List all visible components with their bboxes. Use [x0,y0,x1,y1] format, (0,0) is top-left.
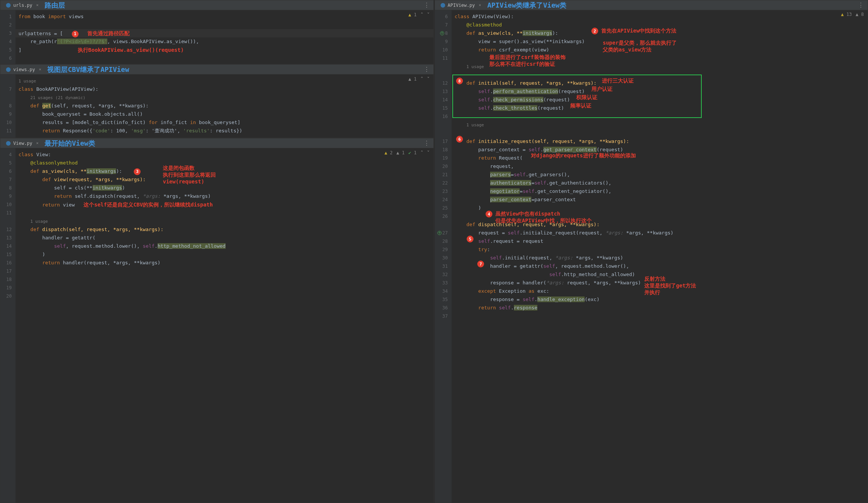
tab-bar-urls: urls.py × 路由层 ⋮ [0,0,433,10]
code-area[interactable]: ▲ 1 ˄ ˅ from book import views urlpatter… [15,10,433,64]
code-area[interactable]: ▲ 13 ▲ 8 class APIView(View): @classmeth… [452,10,868,503]
gutter: 123456 [0,10,15,64]
annotation-8: 进行三大认证 [602,78,634,84]
chevron-up-icon[interactable]: ˄ [421,76,423,82]
annotation-2: 2 首先在APIView中找到这个方法 [591,28,676,34]
annotation-django: 对django的requets进行了额外功能的添加 [531,152,636,159]
annotation-csrf: 最后面进行了csrf装饰器的装饰那么将不在进行csrf的验证 [489,54,566,68]
code-area[interactable]: ▲ 2 ▲ 1 ✔ 1 ˄ ˅ class View: @classonlyme… [15,148,433,503]
tab-view[interactable]: View.py × [3,138,42,148]
tab-bar-views: views.py × 视图层CBV继承了APIView ⋮ [0,65,433,75]
pane-title: 路由层 [45,1,65,10]
pane-view: View.py × 最开始的View类 ⋮ 456789101112131415… [0,138,434,503]
gutter: 67 8 91011 1213141516 171819202122232425… [435,10,452,503]
annotation-8-1: 用户认证 [591,86,613,93]
close-icon[interactable]: × [36,141,39,146]
python-icon [6,67,11,72]
annotation-sub: 执行BookAPIView.as_view()(request) [78,47,184,53]
code-area[interactable]: ▲ 1 ˄ ˅ 1 usage class BookAPIView(APIVie… [15,75,433,138]
tab-views[interactable]: views.py × [3,65,44,74]
annotation-4: 4 虽然View中也有dispatch但是优先在APIView中找，所以执行这个 [486,211,592,224]
inspection-bar[interactable]: ▲ 13 ▲ 8 [841,12,864,17]
pane-urls: urls.py × 路由层 ⋮ 123456 ▲ 1 ˄ ˅ from b [0,0,434,64]
pane-views: views.py × 视图层CBV继承了APIView ⋮ 7891011 ▲ … [0,64,434,138]
editor-view[interactable]: 4567891011121314151617181920 ▲ 2 ▲ 1 ✔ 1… [0,148,433,503]
tab-bar-view: View.py × 最开始的View类 ⋮ [0,138,433,148]
chevron-up-icon[interactable]: ˄ [421,150,423,156]
inspection-bar[interactable]: ▲ 2 ▲ 1 ✔ 1 ˄ ˅ [384,150,429,156]
right-pane: APIView.py × APIView类继承了View类 ⋮ 67 8 910… [435,0,868,503]
chevron-up-icon[interactable]: ˄ [421,12,423,18]
tab-label: urls.py [13,3,32,8]
annotation-text: 首先通过路径匹配 [87,30,130,36]
python-icon [440,3,446,8]
inspection-bar[interactable]: ▲ 1 ˄ ˅ [408,12,430,18]
annotation-closure: 这是闭包函数 执行到这里那么将返回 view(request) [163,165,216,185]
annotation-super: super是父类，那么就去执行了父类的as_view方法 [603,40,677,53]
pane-menu-icon[interactable]: ⋮ [856,2,865,9]
pane-menu-icon[interactable]: ⋮ [422,66,431,73]
editor-urls[interactable]: 123456 ▲ 1 ˄ ˅ from book import views ur… [0,10,433,64]
tab-apiview[interactable]: APIView.py × [437,0,484,10]
chevron-down-icon[interactable]: ˅ [427,12,430,18]
annotation-8-2: 权限认证 [576,94,597,101]
close-icon[interactable]: × [39,67,42,72]
svg-point-3 [440,3,445,7]
svg-point-2 [6,141,11,145]
pane-title: 视图层CBV继承了APIView [47,65,129,74]
editor-views[interactable]: 7891011 ▲ 1 ˄ ˅ 1 usage class BookAPIVie… [0,75,433,138]
badge-5: 5 [467,236,473,242]
python-icon [6,3,11,8]
tab-label: View.py [13,141,32,146]
tab-label: APIView.py [448,3,475,8]
svg-point-1 [6,67,11,71]
badge-7: 7 [477,261,484,267]
badge-8: 8 [456,78,463,84]
pane-menu-icon[interactable]: ⋮ [422,2,431,9]
badge-3: 3 [134,168,141,175]
python-icon [6,141,11,146]
override-icon[interactable] [440,31,444,36]
badge-1: 1 [72,31,79,37]
annotation-self: 这个self还是自定义CBV的实例，所以继续找dispath [84,202,213,208]
badge-6: 6 [456,136,463,143]
override-icon[interactable] [437,231,442,235]
svg-point-0 [6,3,11,7]
left-pane: urls.py × 路由层 ⋮ 123456 ▲ 1 ˄ ˅ from b [0,0,434,503]
annotation-8-3: 频率认证 [570,102,591,109]
annotation-reflect: 反射方法这里是找到了get方法并执行 [644,276,696,296]
pane-apiview: APIView.py × APIView类继承了View类 ⋮ 67 8 910… [435,0,868,503]
pane-title: APIView类继承了View类 [487,1,566,10]
pane-title: 最开始的View类 [45,139,95,148]
close-icon[interactable]: × [479,3,481,8]
gutter: 4567891011121314151617181920 [0,148,15,503]
editor-apiview[interactable]: 67 8 91011 1213141516 171819202122232425… [435,10,868,503]
inspection-bar[interactable]: ▲ 1 ˄ ˅ [408,76,430,82]
chevron-down-icon[interactable]: ˅ [427,76,430,82]
pane-menu-icon[interactable]: ⋮ [422,140,431,147]
ide-container: urls.py × 路由层 ⋮ 123456 ▲ 1 ˄ ˅ from b [0,0,868,503]
tab-label: views.py [13,67,35,72]
tab-urls[interactable]: urls.py × [3,0,42,10]
gutter: 7891011 [0,75,15,138]
chevron-down-icon[interactable]: ˅ [427,150,430,156]
close-icon[interactable]: × [36,3,39,8]
tab-bar-apiview: APIView.py × APIView类继承了View类 ⋮ [435,0,868,10]
